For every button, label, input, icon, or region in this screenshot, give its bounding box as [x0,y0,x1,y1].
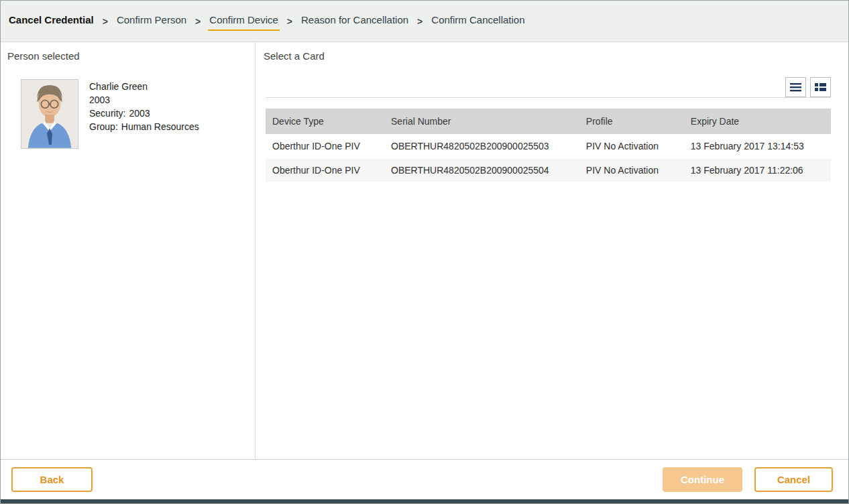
card-table: Device Type Serial Number Profile Expiry… [266,109,831,183]
group-label: Group: [89,121,118,132]
view-toggle-toolbar [266,62,831,98]
person-name: Charlie Green [89,82,199,91]
security-value: 2003 [129,108,150,119]
column-header-profile: Profile [579,109,684,134]
card-table-row[interactable]: Oberthur ID-One PIV OBERTHUR4820502B2009… [266,158,831,182]
blocks-list-icon [815,82,826,92]
cell-expiry-date: 13 February 2017 11:22:06 [684,158,831,182]
column-header-expiry-date: Expiry Date [684,109,831,134]
breadcrumb-step-confirm-cancellation[interactable]: Confirm Cancellation [430,11,526,31]
select-card-panel: Select a Card [256,42,848,459]
rows-view-button[interactable] [785,77,806,97]
cell-device-type: Oberthur ID-One PIV [266,134,384,158]
back-button[interactable]: Back [11,467,93,492]
breadcrumb-step-confirm-device[interactable]: Confirm Device [208,11,280,31]
person-id: 2003 [89,95,199,105]
cell-device-type: Oberthur ID-One PIV [266,158,384,182]
breadcrumb-step-confirm-person[interactable]: Confirm Person [115,11,188,31]
person-selected-panel: Person selected [1,42,256,459]
wizard-footer: Back Continue Cancel [1,459,848,499]
breadcrumb-step-cancel-credential[interactable]: Cancel Credential [7,11,95,31]
main-content: Person selected [1,42,848,459]
details-view-button[interactable] [810,77,831,97]
card-table-header-row: Device Type Serial Number Profile Expiry… [266,109,831,134]
cancel-credential-window: Cancel Credential > Confirm Person > Con… [0,0,849,504]
card-table-row[interactable]: Oberthur ID-One PIV OBERTHUR4820502B2009… [266,134,831,158]
person-panel-title: Person selected [7,50,248,62]
cell-serial-number: OBERTHUR4820502B200900025504 [384,158,579,182]
breadcrumb-separator-icon: > [287,16,292,27]
person-group-row: Group:Human Resources [89,122,199,131]
person-card: Charlie Green 2003 Security:2003 Group:H… [21,79,248,149]
continue-button[interactable]: Continue [663,467,742,492]
column-header-serial-number: Serial Number [384,109,579,134]
breadcrumb-separator-icon: > [195,16,201,27]
cancel-button[interactable]: Cancel [754,467,833,492]
breadcrumb: Cancel Credential > Confirm Person > Con… [1,1,848,42]
security-label: Security: [89,108,125,119]
card-panel-title: Select a Card [264,50,831,62]
group-value: Human Resources [121,121,199,132]
person-info: Charlie Green 2003 Security:2003 Group:H… [89,79,199,149]
cell-profile: PIV No Activation [579,134,684,158]
person-security-row: Security:2003 [89,109,199,118]
cell-expiry-date: 13 February 2017 13:14:53 [684,134,831,158]
breadcrumb-separator-icon: > [417,16,422,27]
cell-serial-number: OBERTHUR4820502B200900025503 [384,134,579,158]
window-bottom-edge [1,499,848,503]
breadcrumb-separator-icon: > [103,16,108,27]
hamburger-lines-icon [790,82,801,92]
breadcrumb-step-reason-for-cancellation[interactable]: Reason for Cancellation [300,11,410,31]
cell-profile: PIV No Activation [579,158,684,182]
person-photo [21,79,78,149]
column-header-device-type: Device Type [266,109,384,134]
